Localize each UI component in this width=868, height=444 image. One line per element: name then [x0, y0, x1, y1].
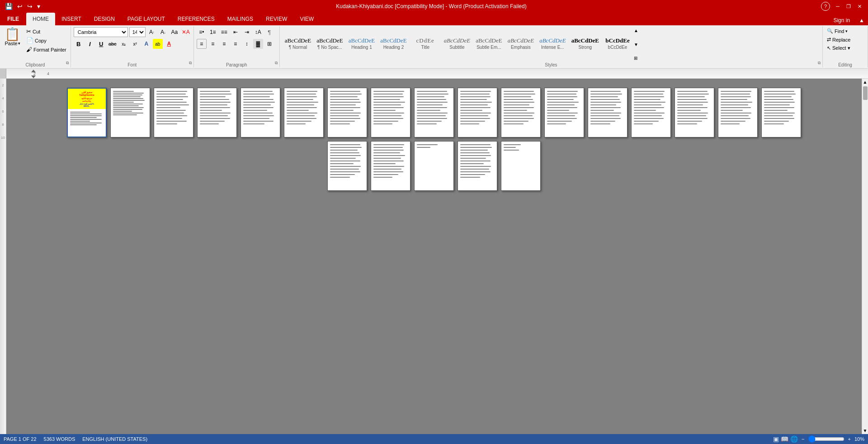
paste-button[interactable]: 📋 Paste ▾ [3, 27, 22, 47]
tab-file[interactable]: FILE [0, 13, 26, 25]
page-5[interactable] [241, 88, 280, 137]
bullets-button[interactable]: ≡• [197, 27, 207, 37]
page-7[interactable] [327, 88, 367, 137]
page-8[interactable] [371, 88, 410, 137]
styles-more[interactable]: ⊞ [633, 55, 639, 61]
style-normal[interactable]: aBcCdDeE ¶ Normal [283, 27, 313, 60]
align-center-button[interactable]: ≡ [208, 39, 218, 49]
help-icon[interactable]: ? [821, 2, 830, 11]
scroll-down-button[interactable]: ▼ [862, 427, 868, 434]
vertical-scrollbar[interactable]: ▲ ▼ [862, 79, 868, 434]
page-17[interactable] [761, 88, 801, 137]
font-size-select[interactable]: 14 [129, 27, 146, 37]
page-4[interactable] [197, 88, 237, 137]
style-heading2[interactable]: aBcCdDeE Heading 2 [378, 27, 409, 60]
print-layout-view-icon[interactable]: ▣ [773, 435, 779, 443]
tab-references[interactable]: REFERENCES [171, 13, 221, 25]
redo-icon[interactable]: ↪ [26, 3, 34, 10]
paragraph-expand-icon[interactable]: ⧉ [275, 61, 278, 66]
find-button[interactable]: 🔍 Find ▾ [826, 27, 852, 35]
style-subtle-em[interactable]: aBcCdDeE Subtle Em... [473, 27, 504, 60]
tab-review[interactable]: REVIEW [259, 13, 293, 25]
borders-button[interactable]: ⊞ [264, 39, 274, 49]
page-11[interactable] [501, 88, 541, 137]
clipboard-expand-icon[interactable]: ⧉ [66, 61, 69, 66]
page-10[interactable] [458, 88, 497, 137]
tab-view[interactable]: VIEW [293, 13, 320, 25]
outdent-button[interactable]: ⇤ [231, 27, 241, 37]
read-mode-view-icon[interactable]: 📖 [781, 435, 788, 443]
close-button[interactable]: ✕ [854, 2, 864, 11]
minimize-button[interactable]: ─ [833, 2, 843, 11]
text-effects-button[interactable]: A [142, 39, 151, 49]
ruler-indent-first[interactable] [31, 76, 36, 78]
ribbon-collapse-icon[interactable]: ▲ [859, 17, 864, 24]
tab-page-layout[interactable]: PAGE LAYOUT [121, 13, 171, 25]
select-button[interactable]: ↖ Select ▾ [826, 44, 852, 52]
tab-mailings[interactable]: MAILINGS [221, 13, 259, 25]
align-right-button[interactable]: ≡ [219, 39, 229, 49]
font-color-button[interactable]: A [164, 39, 174, 49]
save-icon[interactable]: 💾 [4, 3, 14, 10]
scroll-thumb[interactable] [863, 86, 868, 100]
style-heading1[interactable]: aBcCdDeE Heading 1 [346, 27, 377, 60]
font-grow-button[interactable]: A↑ [147, 27, 157, 37]
customize-icon[interactable]: ▾ [36, 3, 42, 10]
style-strong[interactable]: aBcCdDeE Strong [569, 27, 601, 60]
numbering-button[interactable]: 1≡ [208, 27, 218, 37]
change-case-button[interactable]: Aa [170, 27, 179, 37]
highlight-color-button[interactable]: ab [153, 39, 163, 49]
page-13[interactable] [588, 88, 627, 137]
replace-button[interactable]: ⇄ Replace [826, 36, 852, 43]
page-6[interactable] [284, 88, 324, 137]
shading-button[interactable]: ▓ [253, 39, 263, 49]
web-layout-view-icon[interactable]: 🌐 [790, 435, 798, 443]
find-dropdown-icon[interactable]: ▾ [845, 29, 848, 33]
page-1[interactable]: تحقیق آنلاینTablighlonlineمرجع دانلودپای… [67, 88, 107, 137]
subscript-button[interactable]: x₂ [119, 39, 129, 49]
styles-scroll-up[interactable]: ▲ [633, 27, 639, 34]
ruler-indent-hanging[interactable] [31, 70, 36, 72]
align-left-button[interactable]: ≡ [197, 39, 207, 49]
italic-button[interactable]: I [85, 39, 95, 49]
style-nospace[interactable]: aBcCdDeE ¶ No Spac... [314, 27, 345, 60]
undo-icon[interactable]: ↩ [16, 3, 24, 10]
font-shrink-button[interactable]: A↓ [158, 27, 168, 37]
page-9[interactable] [414, 88, 454, 137]
scroll-up-button[interactable]: ▲ [862, 79, 868, 85]
format-painter-button[interactable]: 🖌 Format Painter [25, 45, 68, 54]
line-spacing-button[interactable]: ↕ [242, 39, 252, 49]
zoom-in-icon[interactable]: + [848, 436, 851, 442]
page-19[interactable] [371, 141, 410, 191]
styles-expand-icon[interactable]: ⧉ [818, 61, 821, 66]
zoom-level[interactable]: 10% [854, 436, 864, 442]
page-16[interactable] [718, 88, 758, 137]
justify-button[interactable]: ≡ [231, 39, 241, 49]
multilevel-list-button[interactable]: ≡≡ [219, 27, 229, 37]
show-hide-button[interactable]: ¶ [264, 27, 274, 37]
page-2[interactable] [110, 88, 150, 137]
indent-button[interactable]: ⇥ [242, 27, 252, 37]
bold-button[interactable]: B [74, 39, 84, 49]
tab-insert[interactable]: INSERT [55, 13, 88, 25]
cut-button[interactable]: ✂ Cut [25, 27, 68, 36]
page-18[interactable] [327, 141, 367, 191]
strikethrough-button[interactable]: abc [108, 39, 118, 49]
page-20[interactable] [414, 141, 454, 191]
tab-design[interactable]: DESIGN [88, 13, 121, 25]
zoom-slider[interactable] [808, 437, 844, 441]
style-bccddee[interactable]: bCcDdEe bCcDdEe [602, 27, 633, 60]
restore-button[interactable]: ❐ [844, 2, 854, 11]
page-21[interactable] [458, 141, 497, 191]
copy-button[interactable]: 📄 Copy [25, 36, 68, 45]
font-expand-icon[interactable]: ⧉ [189, 61, 192, 66]
style-emphasis[interactable]: aBcCdDeE Emphasis [505, 27, 536, 60]
document-content-area[interactable]: تحقیق آنلاینTablighlonlineمرجع دانلودپای… [6, 79, 862, 434]
font-name-select[interactable]: Cambria [74, 27, 128, 37]
underline-button[interactable]: U [96, 39, 106, 49]
page-22[interactable] [501, 141, 541, 191]
page-12[interactable] [544, 88, 584, 137]
page-14[interactable] [631, 88, 671, 137]
zoom-out-icon[interactable]: − [802, 436, 804, 442]
page-15[interactable] [675, 88, 714, 137]
